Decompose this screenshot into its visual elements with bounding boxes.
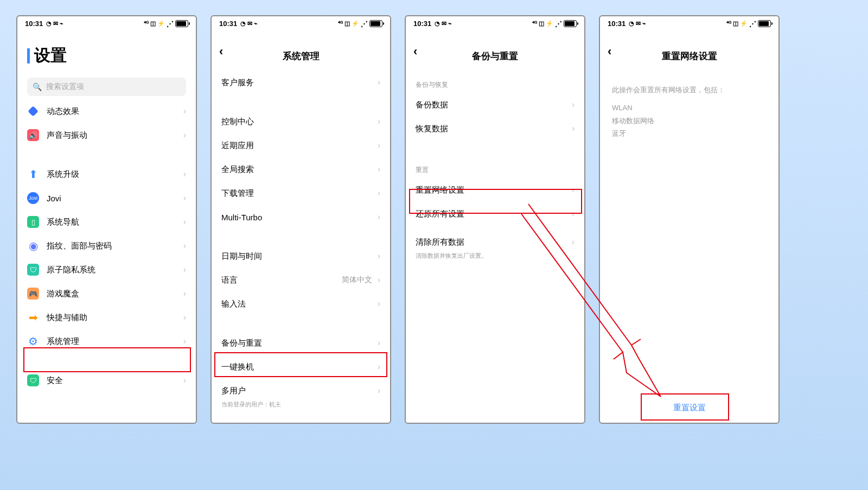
- row-value: 简体中文: [342, 275, 372, 285]
- row-label: 游戏魔盒: [47, 289, 183, 299]
- group-divider: [212, 94, 390, 110]
- group-divider: [212, 229, 390, 244]
- back-button[interactable]: ‹: [219, 44, 223, 59]
- wifi-icon: ⋰: [361, 20, 368, 28]
- header-title: 备份与重置: [472, 50, 518, 62]
- row-date-time[interactable]: 日期与时间›: [212, 244, 390, 268]
- status-time: 10:31: [413, 20, 431, 28]
- shield-icon: 🛡: [27, 264, 39, 276]
- chevron-icon: ›: [183, 106, 186, 116]
- chevron-icon: ›: [378, 78, 380, 87]
- chevron-icon: ›: [183, 241, 186, 251]
- page-title: 设置: [17, 30, 196, 72]
- reset-item-bluetooth: 蓝牙: [612, 127, 767, 139]
- row-label: 备份数据: [416, 100, 572, 110]
- row-game-box[interactable]: 🎮游戏魔盒›: [17, 282, 196, 306]
- row-backup-reset[interactable]: 备份与重置›: [212, 331, 390, 355]
- jovi-icon: Jovi: [27, 192, 39, 204]
- row-backup-data[interactable]: 备份数据›: [406, 93, 584, 117]
- status-icons-left: ◔ ✉ ⌁: [435, 20, 452, 27]
- header-title: 重置网络设置: [662, 50, 717, 62]
- chevron-icon: ›: [378, 117, 380, 126]
- description-block: 此操作会重置所有网络设置，包括： WLAN 移动数据网络 蓝牙: [600, 71, 778, 140]
- search-input[interactable]: 🔍搜索设置项: [27, 78, 186, 96]
- row-input-method[interactable]: 输入法›: [212, 292, 390, 316]
- row-dynamic-effects[interactable]: 动态效果›: [17, 99, 196, 123]
- header-title: 系统管理: [283, 50, 320, 62]
- chevron-icon: ›: [378, 251, 380, 261]
- row-restore-data[interactable]: 恢复数据›: [406, 117, 584, 141]
- battery-icon: [758, 20, 771, 27]
- row-reset-network[interactable]: 重置网络设置›: [406, 178, 584, 202]
- chevron-icon: ›: [572, 124, 575, 133]
- row-label: 系统管理: [47, 336, 183, 347]
- row-security[interactable]: 🛡安全›: [17, 368, 196, 392]
- diamond-icon: [28, 106, 39, 117]
- section-header-reset: 重置: [406, 156, 584, 178]
- row-erase-all-data[interactable]: 清除所有数据›: [406, 230, 584, 254]
- chevron-icon: ›: [572, 100, 575, 110]
- back-button[interactable]: ‹: [413, 44, 417, 59]
- row-label: Multi-Turbo: [221, 213, 378, 222]
- back-button[interactable]: ‹: [608, 44, 611, 59]
- status-bar: 10:31◔ ✉ ⌁ ⁴ᴳ ◫ ⚡⋰: [212, 16, 390, 30]
- row-label: 客户服务: [221, 78, 378, 88]
- row-label: 语言: [221, 275, 342, 285]
- chevron-icon: ›: [378, 362, 380, 372]
- row-label: 原子隐私系统: [47, 265, 183, 275]
- row-multi-turbo[interactable]: Multi-Turbo›: [212, 205, 390, 229]
- header: ‹ 备份与重置: [406, 30, 584, 71]
- arrow-up-icon: ⬆: [27, 168, 39, 180]
- chevron-icon: ›: [183, 193, 186, 203]
- row-control-center[interactable]: 控制中心›: [212, 110, 390, 133]
- status-bar: 10:31◔ ✉ ⌁ ⁴ᴳ ◫ ⚡⋰: [406, 16, 584, 30]
- section-header-backup: 备份与恢复: [406, 71, 584, 93]
- row-customer-service[interactable]: 客户服务›: [212, 71, 390, 94]
- wifi-icon: ⋰: [749, 20, 756, 28]
- row-sound-vibration[interactable]: 🔊声音与振动›: [17, 123, 196, 147]
- status-bar: 10:31◔ ✉ ⌁ ⁴ᴳ ◫ ⚡⋰: [600, 16, 778, 30]
- row-system-management[interactable]: ⚙系统管理›: [17, 329, 196, 353]
- chevron-icon: ›: [378, 386, 380, 396]
- row-recent-apps[interactable]: 近期应用›: [212, 133, 390, 157]
- header: ‹ 重置网络设置: [600, 30, 778, 71]
- row-label: 系统升级: [47, 169, 183, 180]
- row-shortcuts-access[interactable]: ➡快捷与辅助›: [17, 306, 196, 329]
- status-time: 10:31: [219, 20, 237, 28]
- reset-settings-button[interactable]: 重置设置: [600, 397, 778, 418]
- row-label: 输入法: [221, 299, 378, 309]
- row-jovi[interactable]: JoviJovi›: [17, 186, 196, 210]
- status-time: 10:31: [25, 20, 43, 28]
- row-label: 重置网络设置: [416, 185, 572, 195]
- phone-settings: 10:31◔ ✉ ⌁ ⁴ᴳ ◫ ⚡⋰ 设置 🔍搜索设置项 动态效果› 🔊声音与振…: [16, 15, 197, 424]
- chevron-icon: ›: [572, 209, 575, 219]
- search-placeholder: 搜索设置项: [46, 82, 84, 92]
- shield-check-icon: 🛡: [27, 374, 39, 386]
- status-icons-right: ⁴ᴳ ◫ ⚡: [338, 20, 359, 27]
- chevron-icon: ›: [378, 212, 380, 222]
- status-icons-right: ⁴ᴳ ◫ ⚡: [144, 20, 165, 27]
- row-label: Jovi: [47, 194, 183, 203]
- row-label: 日期与时间: [221, 251, 378, 262]
- wifi-icon: ⋰: [167, 20, 174, 28]
- row-label: 一键换机: [221, 362, 378, 372]
- status-icons-right: ⁴ᴳ ◫ ⚡: [726, 20, 748, 27]
- reset-item-wlan: WLAN: [612, 101, 767, 114]
- group-divider: [17, 353, 196, 368]
- row-phone-clone[interactable]: 一键换机›: [212, 355, 390, 379]
- row-privacy-system[interactable]: 🛡原子隐私系统›: [17, 258, 196, 282]
- row-system-nav[interactable]: ▯系统导航›: [17, 210, 196, 234]
- chevron-icon: ›: [183, 217, 186, 227]
- row-language[interactable]: 语言简体中文›: [212, 268, 390, 292]
- row-reset-all-settings[interactable]: 还原所有设置›: [406, 202, 584, 226]
- row-download-manager[interactable]: 下载管理›: [212, 181, 390, 205]
- row-multi-user[interactable]: 多用户›: [212, 379, 390, 403]
- chevron-icon: ›: [183, 265, 186, 275]
- row-label: 控制中心: [221, 117, 378, 127]
- reset-item-mobile: 移动数据网络: [612, 114, 767, 127]
- row-system-upgrade[interactable]: ⬆系统升级›: [17, 162, 196, 186]
- row-global-search[interactable]: 全局搜索›: [212, 157, 390, 181]
- title-accent-bar: [27, 48, 30, 63]
- battery-icon: [175, 20, 188, 27]
- row-fingerprint[interactable]: ◉指纹、面部与密码›: [17, 234, 196, 258]
